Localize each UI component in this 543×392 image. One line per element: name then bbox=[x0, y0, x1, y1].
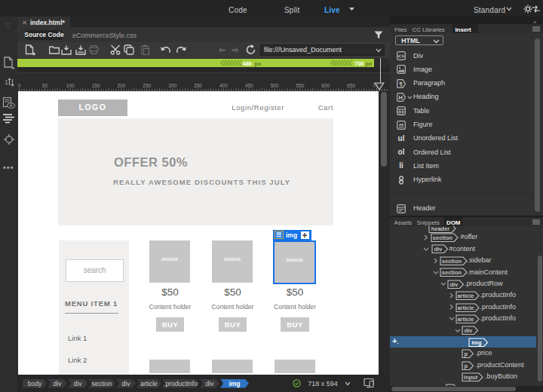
svg-text:1: 1 bbox=[5, 78, 8, 86]
svg-text:article: article bbox=[457, 292, 474, 299]
svg-text:input: input bbox=[464, 374, 478, 381]
svg-text:div: div bbox=[465, 327, 474, 334]
svg-text:400: 400 bbox=[219, 83, 228, 88]
svg-text:450: 450 bbox=[245, 83, 253, 88]
svg-text:0: 0 bbox=[18, 83, 21, 88]
svg-text:250: 250 bbox=[143, 83, 151, 88]
svg-text:ol: ol bbox=[397, 148, 404, 156]
svg-text:50: 50 bbox=[42, 83, 48, 88]
svg-text:600: 600 bbox=[321, 83, 330, 88]
svg-text:480: 480 bbox=[243, 60, 253, 67]
svg-text:500: 500 bbox=[271, 83, 279, 88]
svg-text:ul: ul bbox=[397, 134, 404, 142]
svg-text:section: section bbox=[441, 269, 462, 276]
svg-text:div: div bbox=[449, 281, 459, 288]
svg-text:div: div bbox=[434, 246, 443, 253]
svg-text:300: 300 bbox=[168, 83, 176, 88]
svg-text:li: li bbox=[399, 161, 403, 170]
svg-text:px: px bbox=[366, 60, 373, 67]
svg-text:p: p bbox=[465, 363, 468, 369]
svg-text:<>: <> bbox=[397, 53, 404, 60]
svg-text:650: 650 bbox=[347, 83, 355, 88]
svg-text:section: section bbox=[433, 234, 453, 241]
svg-text:550: 550 bbox=[296, 83, 305, 88]
svg-text:img: img bbox=[472, 339, 483, 346]
svg-text:section: section bbox=[441, 258, 462, 265]
svg-text:100: 100 bbox=[66, 83, 75, 88]
svg-text:¶: ¶ bbox=[399, 80, 403, 87]
svg-text:700: 700 bbox=[354, 60, 364, 67]
svg-text:px: px bbox=[255, 60, 262, 67]
svg-text:150: 150 bbox=[92, 83, 100, 88]
svg-text:H: H bbox=[398, 93, 402, 100]
svg-text:header: header bbox=[431, 226, 450, 232]
svg-text:350: 350 bbox=[194, 83, 202, 88]
svg-text:p: p bbox=[465, 351, 468, 357]
svg-text:article: article bbox=[457, 305, 474, 311]
svg-text:200: 200 bbox=[117, 83, 125, 88]
svg-text:article: article bbox=[457, 316, 474, 323]
